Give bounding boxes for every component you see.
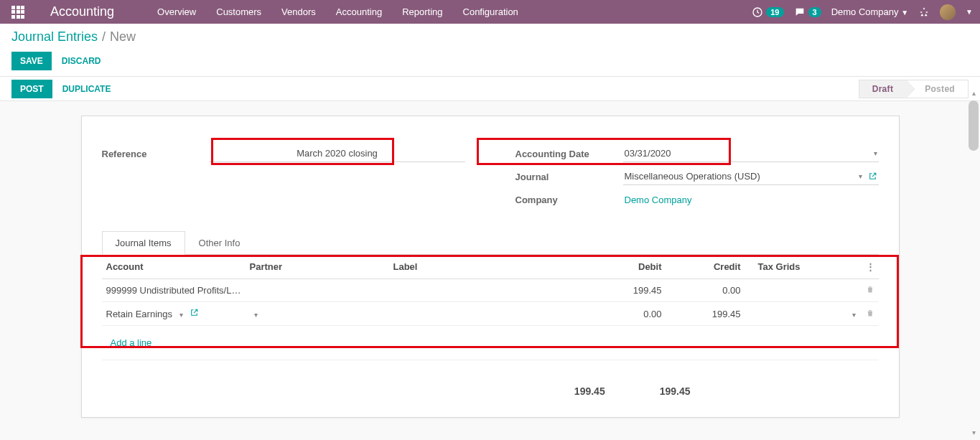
- cell-debit[interactable]: 0.00: [587, 302, 666, 326]
- notebook-tabs: Journal Items Other Info: [102, 231, 879, 255]
- app-brand[interactable]: Accounting: [50, 4, 114, 19]
- cell-taxgrids[interactable]: ▾: [745, 302, 860, 326]
- form-sheet: Reference March 2020 closing Accounting …: [81, 116, 900, 418]
- company-switcher[interactable]: Demo Company ▼: [831, 6, 908, 17]
- discuss-badge: 3: [808, 7, 821, 17]
- accounting-date-input[interactable]: 03/31/2020▾: [623, 145, 879, 162]
- external-link-icon[interactable]: [868, 172, 877, 181]
- tab-journal-items[interactable]: Journal Items: [102, 231, 185, 255]
- company-value[interactable]: Demo Company: [623, 192, 879, 208]
- activity-badge: 19: [766, 7, 783, 17]
- status-bar: Post Duplicate Draft Posted: [0, 77, 980, 101]
- col-credit: Credit: [666, 255, 745, 279]
- cell-credit[interactable]: 199.45: [666, 302, 745, 326]
- menu-configuration[interactable]: Configuration: [453, 1, 528, 23]
- table-row-add: Add a line: [102, 326, 879, 360]
- caret-down-icon: ▾: [254, 311, 258, 319]
- menu-overview[interactable]: Overview: [147, 1, 206, 23]
- scrollbar-thumb[interactable]: [969, 100, 979, 151]
- cell-account[interactable]: 999999 Undistributed Profits/L…: [102, 279, 246, 302]
- trash-icon[interactable]: [866, 285, 874, 296]
- top-navbar: Accounting Overview Customers Vendors Ac…: [0, 0, 980, 24]
- chat-icon: [794, 6, 806, 18]
- main-menu: Overview Customers Vendors Accounting Re…: [147, 1, 528, 23]
- col-account: Account: [102, 255, 246, 279]
- cell-partner[interactable]: ▾: [246, 302, 389, 326]
- external-link-icon[interactable]: [190, 308, 199, 317]
- duplicate-button[interactable]: Duplicate: [62, 84, 111, 94]
- breadcrumb-current: New: [110, 29, 136, 45]
- scroll-down-icon[interactable]: ▾: [969, 429, 979, 432]
- scroll-up-icon[interactable]: ▴: [969, 89, 979, 99]
- cell-label[interactable]: [389, 302, 587, 326]
- menu-accounting[interactable]: Accounting: [326, 1, 392, 23]
- cell-partner[interactable]: [246, 279, 389, 302]
- cell-label[interactable]: [389, 279, 587, 302]
- total-debit: 199.45: [574, 385, 605, 397]
- debug-icon[interactable]: [918, 6, 930, 18]
- discard-button[interactable]: Discard: [62, 56, 101, 66]
- table-row[interactable]: Retain Earnings ▾ ▾ 0.00 199.45 ▾: [102, 302, 879, 326]
- col-debit: Debit: [587, 255, 666, 279]
- reference-input[interactable]: March 2020 closing: [210, 145, 465, 162]
- menu-vendors[interactable]: Vendors: [271, 1, 326, 23]
- caret-down-icon: ▾: [859, 172, 862, 180]
- breadcrumb-parent[interactable]: Journal Entries: [11, 29, 98, 45]
- reference-label: Reference: [102, 149, 210, 159]
- user-avatar[interactable]: [940, 4, 956, 20]
- caret-down-icon: ▾: [179, 311, 183, 319]
- cell-account[interactable]: Retain Earnings ▾: [102, 302, 246, 326]
- cell-credit[interactable]: 0.00: [666, 279, 745, 302]
- col-partner: Partner: [246, 255, 389, 279]
- journal-items-table: Account Partner Label Debit Credit Tax G…: [102, 255, 879, 360]
- col-taxgrids: Tax Grids: [745, 255, 860, 279]
- journal-input[interactable]: Miscellaneous Operations (USD) ▾: [623, 168, 879, 185]
- user-caret-icon[interactable]: ▼: [966, 8, 973, 16]
- table-row[interactable]: 999999 Undistributed Profits/L… 199.45 0…: [102, 279, 879, 302]
- menu-customers[interactable]: Customers: [206, 1, 271, 23]
- columns-menu-icon[interactable]: ⋮: [866, 261, 874, 272]
- add-line-button[interactable]: Add a line: [106, 332, 157, 354]
- breadcrumb: Journal Entries / New: [11, 29, 969, 45]
- totals-row: 199.45 199.45: [102, 373, 879, 410]
- cell-debit[interactable]: 199.45: [587, 279, 666, 302]
- total-credit: 199.45: [660, 385, 691, 397]
- cell-taxgrids[interactable]: [745, 279, 860, 302]
- menu-reporting[interactable]: Reporting: [392, 1, 452, 23]
- clock-icon: [752, 6, 763, 18]
- caret-down-icon: ▾: [874, 149, 877, 157]
- caret-down-icon: ▾: [852, 311, 856, 319]
- control-panel: Journal Entries / New Save Discard: [0, 24, 980, 77]
- accounting-date-label: Accounting Date: [515, 149, 623, 159]
- save-button[interactable]: Save: [11, 52, 52, 70]
- activity-button[interactable]: 19: [752, 6, 783, 18]
- journal-label: Journal: [515, 172, 623, 182]
- status-posted[interactable]: Posted: [907, 80, 969, 98]
- post-button[interactable]: Post: [11, 80, 52, 98]
- breadcrumb-sep: /: [102, 29, 106, 45]
- apps-icon[interactable]: [11, 6, 24, 19]
- status-draft[interactable]: Draft: [859, 80, 907, 98]
- tab-other-info[interactable]: Other Info: [185, 231, 254, 255]
- discuss-button[interactable]: 3: [794, 6, 821, 18]
- company-label: Company: [515, 195, 623, 205]
- col-label: Label: [389, 255, 587, 279]
- trash-icon[interactable]: [866, 309, 874, 319]
